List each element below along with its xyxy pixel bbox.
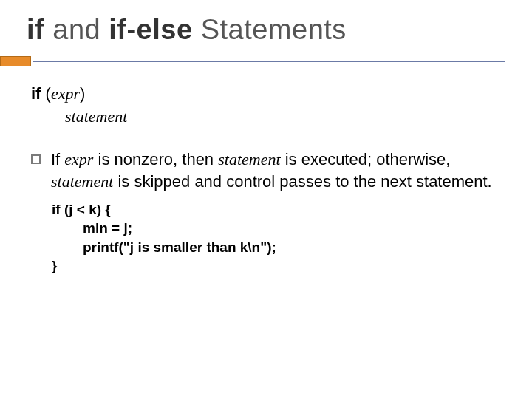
bullet-t2: is nonzero, then [93,150,218,168]
bullet-stmt2: statement [51,172,113,191]
code-line-3: printf("j is smaller than k\n"); [52,238,501,257]
code-line-1: if (j < k) { [52,200,501,219]
title-accent [0,56,505,66]
slide-body: if (expr) statement If expr is nonzero, … [27,71,505,276]
bullet-stmt1: statement [218,150,280,168]
syntax-close-paren: ) [80,84,85,103]
bullet-t1: If [51,150,64,168]
bullet-item: If expr is nonzero, then statement is ex… [31,149,501,192]
slide-title: if and if-else Statements [27,15,505,56]
title-if: if [27,14,44,45]
syntax-row1: if (expr) [31,83,501,105]
syntax-if-keyword: if [31,84,41,103]
syntax-block: if (expr) statement [31,83,501,128]
accent-rule [33,61,505,62]
syntax-open-paren: ( [41,84,50,103]
syntax-statement: statement [31,106,501,128]
syntax-expr: expr [51,84,80,103]
code-line-2: min = j; [52,219,501,238]
slide: if and if-else Statements if (expr) stat… [0,0,532,399]
code-block: if (j < k) { min = j; printf("j is small… [31,200,501,276]
title-statements: Statements [193,14,347,45]
bullet-icon [31,154,41,164]
code-line-4: } [52,256,501,276]
title-ifelse: if-else [109,14,192,45]
accent-orange-box [0,56,31,66]
title-and: and [44,14,109,45]
bullet-expr: expr [64,150,93,168]
bullet-t3: is executed; otherwise, [281,150,451,168]
bullet-t4: is skipped and control passes to the nex… [113,172,491,191]
bullet-text: If expr is nonzero, then statement is ex… [51,149,501,192]
